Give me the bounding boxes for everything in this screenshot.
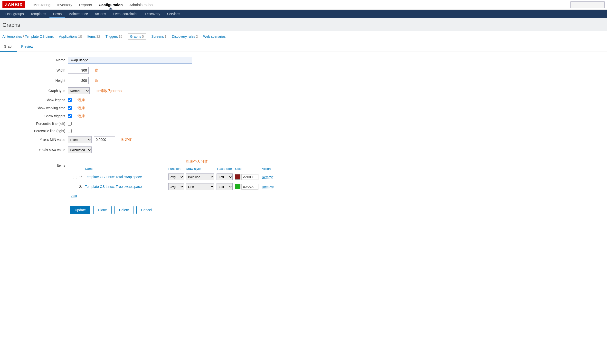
col-color[interactable]: Color xyxy=(234,166,261,172)
crumb-all-templates[interactable]: All templates xyxy=(2,35,22,39)
subnav-maintenance[interactable]: Maintenance xyxy=(65,10,91,18)
items-panel: 粗线个人习惯 Name Function Draw style Y axis s… xyxy=(68,157,279,201)
color-swatch-1[interactable] xyxy=(235,174,240,180)
logo[interactable]: ZABBIX xyxy=(2,1,25,8)
crumb-web-scenarios[interactable]: Web scenarios xyxy=(203,35,226,39)
perc-left-checkbox[interactable] xyxy=(68,122,72,126)
subnav-actions[interactable]: Actions xyxy=(91,10,109,18)
annot-draw-style: 粗线个人习惯 xyxy=(186,159,208,164)
items-table: 粗线个人习惯 Name Function Draw style Y axis s… xyxy=(71,159,276,192)
height-input[interactable] xyxy=(68,77,89,84)
form-buttons: Update Clone Delete Cancel xyxy=(2,206,605,214)
subnav-discovery[interactable]: Discovery xyxy=(142,10,164,18)
table-row: ⋮⋮ 2: Template OS Linux: Free swap space… xyxy=(71,182,276,192)
subnav-services[interactable]: Services xyxy=(164,10,184,18)
subnav-host-groups[interactable]: Host groups xyxy=(2,10,27,18)
crumb-triggers[interactable]: Triggers xyxy=(106,35,118,39)
nav-administration[interactable]: Administration xyxy=(126,0,156,9)
label-perc-left: Percentile line (left) xyxy=(2,122,68,126)
annot-ymin: 固定值 xyxy=(121,137,132,142)
name-input[interactable] xyxy=(68,57,192,64)
col-action[interactable]: Action xyxy=(261,166,276,172)
row-num: 1: xyxy=(78,172,84,182)
ymin-mode-select[interactable]: Fixed xyxy=(68,136,92,143)
graph-form: Name Width 宽 Height 高 Graph type Normal … xyxy=(0,52,607,224)
label-show-legend: Show legend xyxy=(2,98,68,102)
drag-handle-icon[interactable]: ⋮⋮ xyxy=(72,185,77,189)
width-input[interactable] xyxy=(68,67,89,74)
cancel-button[interactable]: Cancel xyxy=(137,206,156,214)
subnav-event-correlation[interactable]: Event correlation xyxy=(109,10,142,18)
col-yaxis[interactable]: Y axis side xyxy=(216,166,234,172)
label-perc-right: Percentile line (right) xyxy=(2,129,68,133)
crumb-discovery-count: 2 xyxy=(196,35,198,39)
page-header: Graphs xyxy=(0,18,607,31)
nav-reports[interactable]: Reports xyxy=(76,0,96,9)
breadcrumb: All templates/Template OS Linux Applicat… xyxy=(0,31,607,42)
color-swatch-2[interactable] xyxy=(235,184,240,189)
annot-graph-type: pie修改为normal xyxy=(96,89,123,93)
crumb-screens-count: 1 xyxy=(165,35,167,39)
crumb-template-name[interactable]: Template OS Linux xyxy=(25,35,54,39)
sub-nav: Host groups Templates Hosts Maintenance … xyxy=(0,10,607,18)
item-link-1[interactable]: Template OS Linux: Total swap space xyxy=(85,175,142,179)
top-nav: ZABBIX Monitoring Inventory Reports Conf… xyxy=(0,0,607,10)
crumb-applications[interactable]: Applications xyxy=(59,35,77,39)
add-item-link[interactable]: Add xyxy=(71,194,77,197)
label-show-triggers: Show triggers xyxy=(2,114,68,118)
color-code-1[interactable]: AA0000 xyxy=(241,174,258,180)
annot-show-working-time: 选择 xyxy=(77,106,85,110)
subnav-templates[interactable]: Templates xyxy=(27,10,49,18)
nav-monitoring[interactable]: Monitoring xyxy=(30,0,54,9)
label-show-working-time: Show working time xyxy=(2,106,68,110)
ymax-mode-select[interactable]: Calculated xyxy=(68,146,92,153)
remove-link-1[interactable]: Remove xyxy=(262,175,274,179)
show-working-time-checkbox[interactable] xyxy=(68,106,72,110)
drag-handle-icon[interactable]: ⋮⋮ xyxy=(72,175,77,179)
annot-show-triggers: 选择 xyxy=(77,114,85,118)
function-select-2[interactable]: avg xyxy=(168,183,184,190)
tab-graph[interactable]: Graph xyxy=(0,42,17,52)
label-items: Items xyxy=(2,157,68,167)
crumb-applications-count: 10 xyxy=(78,35,82,39)
show-legend-checkbox[interactable] xyxy=(68,98,72,102)
annot-show-legend: 选择 xyxy=(77,98,85,102)
color-code-2[interactable]: 00AA00 xyxy=(241,184,258,190)
col-name[interactable]: Name xyxy=(84,166,167,172)
function-select-1[interactable]: avg xyxy=(168,173,184,180)
crumb-graphs-active[interactable]: Graphs5 xyxy=(128,33,146,40)
item-link-2[interactable]: Template OS Linux: Free swap space xyxy=(85,185,142,189)
draw-select-2[interactable]: Line xyxy=(186,183,214,190)
draw-select-1[interactable]: Bold line xyxy=(186,173,214,180)
update-button[interactable]: Update xyxy=(70,206,90,214)
show-triggers-checkbox[interactable] xyxy=(68,114,72,118)
crumb-triggers-count: 15 xyxy=(119,35,123,39)
subnav-hosts[interactable]: Hosts xyxy=(49,10,65,18)
annot-width: 宽 xyxy=(95,68,98,73)
crumb-discovery-rules[interactable]: Discovery rules xyxy=(172,35,195,39)
crumb-screens[interactable]: Screens xyxy=(151,35,164,39)
perc-right-checkbox[interactable] xyxy=(68,129,72,133)
table-row: ⋮⋮ 1: Template OS Linux: Total swap spac… xyxy=(71,172,276,182)
label-name: Name xyxy=(2,58,68,62)
nav-configuration[interactable]: Configuration xyxy=(95,0,126,9)
label-height: Height xyxy=(2,78,68,82)
delete-button[interactable]: Delete xyxy=(114,206,134,214)
label-ymax: Y axis MAX value xyxy=(2,148,68,152)
side-select-2[interactable]: Left xyxy=(217,183,233,190)
tab-preview[interactable]: Preview xyxy=(17,42,37,52)
label-width: Width xyxy=(2,68,68,72)
page-title: Graphs xyxy=(2,20,605,31)
col-draw-style[interactable]: Draw style xyxy=(185,166,216,172)
nav-inventory[interactable]: Inventory xyxy=(54,0,76,9)
row-num: 2: xyxy=(78,182,84,192)
clone-button[interactable]: Clone xyxy=(93,206,111,214)
ymin-value-input[interactable] xyxy=(94,136,115,143)
graph-type-select[interactable]: Normal xyxy=(68,87,90,94)
col-function[interactable]: Function xyxy=(167,166,185,172)
search-input[interactable] xyxy=(570,1,605,8)
label-graph-type: Graph type xyxy=(2,89,68,93)
side-select-1[interactable]: Left xyxy=(217,173,233,180)
remove-link-2[interactable]: Remove xyxy=(262,185,274,189)
crumb-items[interactable]: Items xyxy=(87,35,96,39)
